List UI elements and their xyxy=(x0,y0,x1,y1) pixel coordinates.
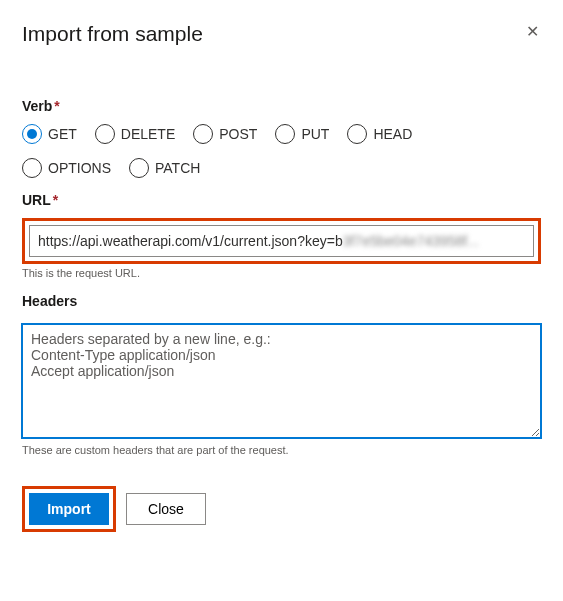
verb-radio-get[interactable]: GET xyxy=(22,124,77,144)
radio-icon xyxy=(22,158,42,178)
url-highlight-box: https://api.weatherapi.com/v1/current.js… xyxy=(22,218,541,264)
headers-helper-text: These are custom headers that are part o… xyxy=(22,444,541,456)
url-input[interactable]: https://api.weatherapi.com/v1/current.js… xyxy=(29,225,534,257)
url-value-visible: https://api.weatherapi.com/v1/current.js… xyxy=(38,233,343,249)
import-button[interactable]: Import xyxy=(29,493,109,525)
verb-radio-delete[interactable]: DELETE xyxy=(95,124,175,144)
verb-radio-label: PATCH xyxy=(155,160,200,176)
close-button[interactable]: Close xyxy=(126,493,206,525)
radio-icon xyxy=(193,124,213,144)
verb-radio-head[interactable]: HEAD xyxy=(347,124,412,144)
verb-radio-label: OPTIONS xyxy=(48,160,111,176)
headers-label: Headers xyxy=(22,293,541,309)
verb-radio-label: HEAD xyxy=(373,126,412,142)
verb-radio-label: PUT xyxy=(301,126,329,142)
verb-radio-group-row2: OPTIONS PATCH xyxy=(22,158,541,178)
verb-radio-put[interactable]: PUT xyxy=(275,124,329,144)
headers-textarea[interactable] xyxy=(22,324,541,438)
radio-icon xyxy=(22,124,42,144)
url-helper-text: This is the request URL. xyxy=(22,267,541,279)
verb-radio-label: DELETE xyxy=(121,126,175,142)
radio-icon xyxy=(275,124,295,144)
verb-radio-group: GET DELETE POST PUT HEAD xyxy=(22,124,541,144)
verb-radio-patch[interactable]: PATCH xyxy=(129,158,200,178)
close-icon[interactable]: ✕ xyxy=(524,22,541,42)
dialog-title: Import from sample xyxy=(22,22,203,46)
url-label: URL* xyxy=(22,192,541,208)
verb-radio-post[interactable]: POST xyxy=(193,124,257,144)
verb-label: Verb* xyxy=(22,98,541,114)
verb-radio-label: POST xyxy=(219,126,257,142)
radio-icon xyxy=(129,158,149,178)
radio-icon xyxy=(95,124,115,144)
radio-icon xyxy=(347,124,367,144)
verb-radio-options[interactable]: OPTIONS xyxy=(22,158,111,178)
verb-radio-label: GET xyxy=(48,126,77,142)
import-highlight-box: Import xyxy=(22,486,116,532)
url-value-obscured: 3f7e5be04e743958f... xyxy=(343,233,479,249)
